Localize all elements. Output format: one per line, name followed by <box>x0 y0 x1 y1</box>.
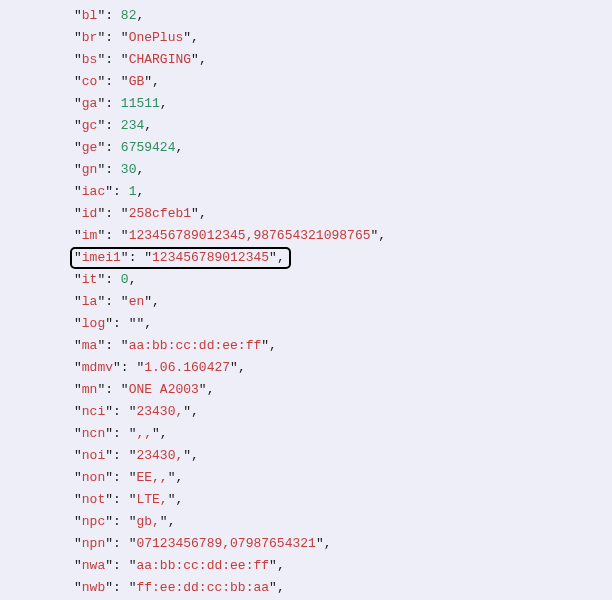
json-line: "mdmv": "1.06.160427", <box>74 357 612 379</box>
json-line: "gn": 30, <box>74 159 612 181</box>
json-line: "npc": "gb,", <box>74 511 612 533</box>
json-line: "gc": 234, <box>74 115 612 137</box>
json-code-block: "bl": 82,"br": "OnePlus","bs": "CHARGING… <box>0 0 612 599</box>
json-line: "ma": "aa:bb:cc:dd:ee:ff", <box>74 335 612 357</box>
json-line: "nwb": "ff:ee:dd:cc:bb:aa", <box>74 577 612 599</box>
json-line: "bs": "CHARGING", <box>74 49 612 71</box>
json-line: "non": "EE,,", <box>74 467 612 489</box>
json-line: "log": "", <box>74 313 612 335</box>
json-line: "ga": 11511, <box>74 93 612 115</box>
json-line: "nwa": "aa:bb:cc:dd:ee:ff", <box>74 555 612 577</box>
json-line: "co": "GB", <box>74 71 612 93</box>
json-line: "bl": 82, <box>74 5 612 27</box>
json-line: "nci": "23430,", <box>74 401 612 423</box>
json-line: "la": "en", <box>74 291 612 313</box>
json-line: "not": "LTE,", <box>74 489 612 511</box>
highlighted-line: "imei1": "123456789012345", <box>70 247 291 269</box>
json-line: "id": "258cfeb1", <box>74 203 612 225</box>
json-line: "iac": 1, <box>74 181 612 203</box>
json-line: "ge": 6759424, <box>74 137 612 159</box>
json-line: "mn": "ONE A2003", <box>74 379 612 401</box>
json-line: "br": "OnePlus", <box>74 27 612 49</box>
json-line: "noi": "23430,", <box>74 445 612 467</box>
json-line: "ncn": ",,", <box>74 423 612 445</box>
json-line: "im": "123456789012345,987654321098765", <box>74 225 612 247</box>
json-line: "imei1": "123456789012345", <box>74 247 612 269</box>
json-line: "it": 0, <box>74 269 612 291</box>
json-line: "npn": "07123456789,07987654321", <box>74 533 612 555</box>
